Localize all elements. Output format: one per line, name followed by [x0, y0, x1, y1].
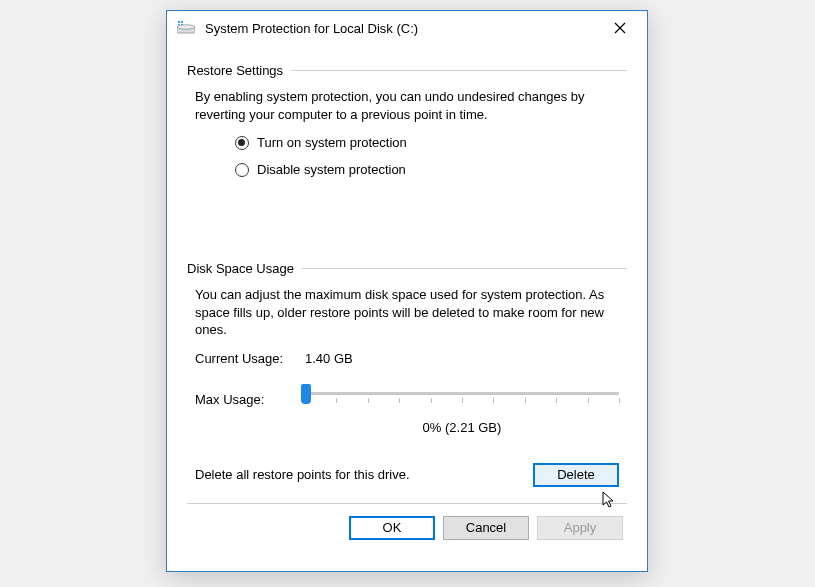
close-icon — [614, 22, 626, 34]
dialog-footer: OK Cancel Apply — [187, 516, 627, 540]
window-title: System Protection for Local Disk (C:) — [205, 21, 599, 36]
delete-description: Delete all restore points for this drive… — [195, 467, 533, 482]
dialog-content: Restore Settings By enabling system prot… — [167, 45, 647, 571]
svg-point-1 — [177, 25, 195, 29]
slider-thumb[interactable] — [301, 384, 311, 404]
max-usage-row: Max Usage: — [195, 386, 619, 414]
disk-usage-description: You can adjust the maximum disk space us… — [195, 286, 619, 339]
restore-settings-body: By enabling system protection, you can u… — [187, 88, 627, 189]
ok-button[interactable]: OK — [349, 516, 435, 540]
radio-turn-on-label: Turn on system protection — [257, 135, 407, 150]
delete-button[interactable]: Delete — [533, 463, 619, 487]
slider-ticks — [305, 398, 619, 404]
max-usage-label: Max Usage: — [195, 392, 305, 407]
footer-divider — [187, 503, 627, 504]
restore-settings-header: Restore Settings — [187, 63, 627, 78]
restore-radio-group: Turn on system protection Disable system… — [195, 135, 619, 177]
slider-track — [305, 392, 619, 395]
radio-icon — [235, 136, 249, 150]
drive-icon — [177, 20, 195, 36]
restore-settings-label: Restore Settings — [187, 63, 283, 78]
radio-disable-label: Disable system protection — [257, 162, 406, 177]
disk-usage-header: Disk Space Usage — [187, 261, 627, 276]
max-usage-value: 0% (2.21 GB) — [305, 420, 619, 435]
radio-icon — [235, 163, 249, 177]
divider — [302, 268, 627, 269]
svg-rect-4 — [178, 23, 183, 24]
radio-turn-on[interactable]: Turn on system protection — [235, 135, 619, 150]
delete-row: Delete all restore points for this drive… — [195, 463, 619, 487]
current-usage-value: 1.40 GB — [305, 351, 353, 366]
close-button[interactable] — [599, 14, 641, 42]
current-usage-label: Current Usage: — [195, 351, 305, 366]
spacer — [187, 189, 627, 249]
disk-usage-body: You can adjust the maximum disk space us… — [187, 286, 627, 487]
restore-description: By enabling system protection, you can u… — [195, 88, 619, 123]
divider — [291, 70, 627, 71]
titlebar: System Protection for Local Disk (C:) — [167, 11, 647, 45]
system-protection-dialog: System Protection for Local Disk (C:) Re… — [166, 10, 648, 572]
cancel-button[interactable]: Cancel — [443, 516, 529, 540]
disk-usage-label: Disk Space Usage — [187, 261, 294, 276]
max-usage-slider[interactable] — [305, 386, 619, 414]
apply-button: Apply — [537, 516, 623, 540]
current-usage-row: Current Usage: 1.40 GB — [195, 351, 619, 366]
radio-disable[interactable]: Disable system protection — [235, 162, 619, 177]
